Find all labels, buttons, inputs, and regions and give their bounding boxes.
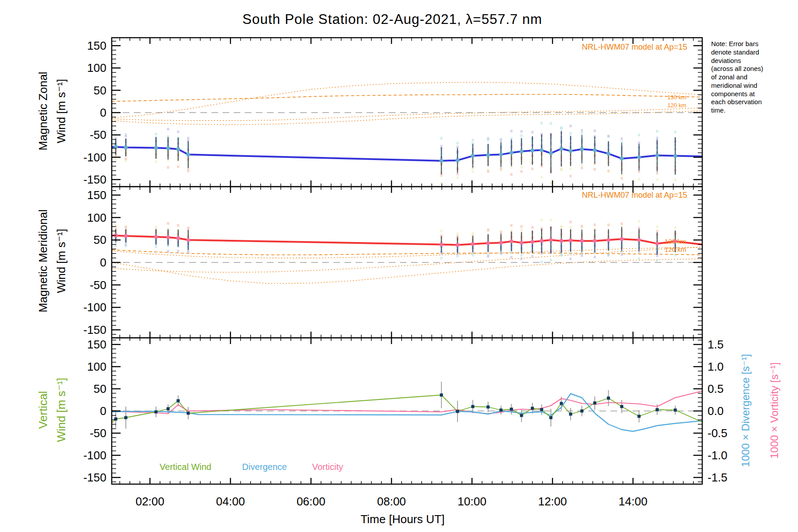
right-tick-label: 0.0 <box>708 404 724 418</box>
note-text: Note: Error bars denote standard deviati… <box>711 40 795 115</box>
y-tick-label: 0 <box>100 106 106 119</box>
panel-frame <box>112 38 702 187</box>
model-curve <box>112 247 702 273</box>
series-line-vorticity <box>112 391 702 414</box>
y-tick-label: 150 <box>87 188 106 202</box>
y-tick-label: 50 <box>94 382 106 395</box>
y-tick-label: 0 <box>100 404 106 418</box>
y-tick-label: -100 <box>83 301 106 314</box>
y-tick-label: 150 <box>87 338 106 351</box>
model-annotation-zonal: NRL-HWM07 model at Ap=15 <box>488 43 687 52</box>
x-axis-label: Time [Hours UT] <box>336 512 469 526</box>
y-tick-label: -150 <box>83 471 106 484</box>
series-line-magnetic-zonal-wind <box>112 147 702 161</box>
y-tick-label: -150 <box>83 173 106 186</box>
y-tick-label: 50 <box>94 233 106 246</box>
y-tick-label: 100 <box>87 61 106 74</box>
y-tick-label: -100 <box>83 151 106 164</box>
right-label-vorticity: 1000 × Vorticity [s⁻¹] <box>768 309 781 512</box>
y-tick-label: -150 <box>83 323 106 336</box>
x-tick-label: 08:00 <box>377 495 406 508</box>
right-label-divergence: 1000 × Divergence [s⁻¹] <box>739 309 752 512</box>
model-annotation-meridional: NRL-HWM07 model at Ap=15 <box>488 191 687 200</box>
y-tick-label: 150 <box>87 39 106 52</box>
axis-ticks: -150-100-50050100150-150-100-50050100150… <box>83 38 728 508</box>
altitude-label-120km-meridional: 120 km <box>642 246 686 253</box>
legend-vertical-wind: Vertical Wind <box>160 462 211 472</box>
model-curve <box>112 94 702 102</box>
right-tick-label: 1.5 <box>708 338 724 351</box>
error-bars <box>116 131 675 175</box>
figure: South Pole Station: 02-Aug-2021, λ=557.7… <box>0 0 798 532</box>
series-markers <box>114 394 677 421</box>
y-tick-label: -100 <box>83 449 106 462</box>
y-tick-label: 100 <box>87 360 106 373</box>
altitude-label-120km-zonal: 120 km <box>642 102 686 109</box>
altitude-label-130km-meridional: 130 km <box>642 238 686 245</box>
y-tick-label: 50 <box>94 84 106 97</box>
panel-vertical-wind-divergence-vorticity <box>112 382 702 431</box>
y-tick-label: -50 <box>90 426 106 440</box>
legend-vorticity: Vorticity <box>312 462 343 472</box>
right-tick-label: -1.5 <box>708 471 728 484</box>
y-label-vertical-line1: Vertical <box>36 299 50 521</box>
y-tick-label: 0 <box>100 256 106 269</box>
right-tick-label: -1.0 <box>708 449 728 462</box>
y-tick-label: 100 <box>87 211 106 224</box>
model-curve <box>112 108 702 121</box>
right-tick-label: 1.0 <box>708 360 724 373</box>
x-tick-label: 06:00 <box>297 495 325 508</box>
y-tick-label: -50 <box>90 128 106 141</box>
y-tick-label: -50 <box>90 278 106 292</box>
right-tick-label: -0.5 <box>708 426 728 440</box>
legend-divergence: Divergence <box>242 462 287 472</box>
wind-plot: -150-100-50050100150-150-100-50050100150… <box>0 0 798 532</box>
x-tick-label: 12:00 <box>538 495 567 508</box>
zone-scatter-points <box>115 122 677 185</box>
y-label-vertical-line2: Wind [m s⁻¹] <box>55 299 68 521</box>
x-tick-label: 14:00 <box>618 495 647 508</box>
series-line-vertical-wind <box>112 395 702 423</box>
model-curve <box>112 250 702 255</box>
panel-magnetic-zonal-wind <box>112 82 702 185</box>
x-tick-label: 02:00 <box>136 495 164 508</box>
model-curve <box>112 247 702 258</box>
x-tick-label: 04:00 <box>216 495 245 508</box>
x-tick-label: 10:00 <box>458 495 486 508</box>
series-line-magnetic-meridional-wind <box>112 235 702 245</box>
panel-magnetic-meridional-wind <box>112 219 702 284</box>
right-tick-label: 0.5 <box>708 382 724 395</box>
altitude-label-130km-zonal: 130 km <box>642 94 686 101</box>
